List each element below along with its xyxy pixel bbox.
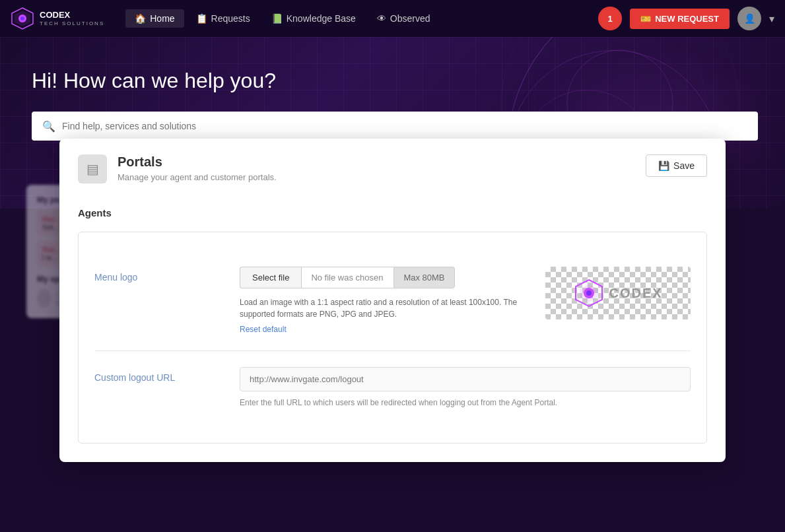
agents-section-title: Agents <box>78 207 707 218</box>
modal-title-area: Portals Manage your agent and customer p… <box>118 154 277 182</box>
modal-overlay: ▤ Portals Manage your agent and customer… <box>0 139 785 462</box>
portals-icon: ▤ <box>78 154 107 183</box>
knowledge-base-icon: 📗 <box>271 13 283 24</box>
logo-icon <box>11 7 34 30</box>
modal-subtitle: Manage your agent and customer portals. <box>118 172 277 182</box>
svg-point-3 <box>20 17 24 20</box>
nav-knowledge-base[interactable]: 📗 Knowledge Base <box>262 9 365 28</box>
select-file-label: Select file <box>252 273 289 283</box>
menu-logo-row: Menu logo Select file No file was chosen… <box>94 251 691 351</box>
file-name-display: No file was chosen <box>301 267 393 288</box>
agents-section: Agents Menu logo Select file <box>59 197 726 462</box>
modal-header-left: ▤ Portals Manage your agent and customer… <box>78 154 277 183</box>
nav-home-label: Home <box>150 13 174 24</box>
notif-count: 1 <box>608 14 613 24</box>
custom-logout-row: Custom logout URL Enter the full URL to … <box>94 351 691 424</box>
hero-content: Hi! How can we help you? 🔍 <box>0 37 785 141</box>
file-input-row: Select file No file was chosen Max 80MB <box>240 267 529 288</box>
nav-requests[interactable]: 📋 Requests <box>187 9 259 28</box>
preview-brand-text: CODEX <box>609 286 662 301</box>
modal-title: Portals <box>118 154 277 170</box>
save-icon: 💾 <box>658 160 669 171</box>
new-request-icon: 🎫 <box>640 14 651 24</box>
portals-modal: ▤ Portals Manage your agent and customer… <box>59 139 726 462</box>
new-request-label: NEW REQUEST <box>655 14 719 24</box>
user-avatar[interactable]: 👤 <box>737 7 761 30</box>
svg-point-11 <box>586 290 592 296</box>
nav-requests-label: Requests <box>211 13 250 24</box>
max-size-label: Max 80MB <box>393 267 454 288</box>
nav-observed-label: Observed <box>390 13 430 24</box>
custom-logout-control: Enter the full URL to which users will b… <box>240 367 691 409</box>
requests-icon: 📋 <box>196 13 207 24</box>
brand-name: CODEX <box>40 11 104 20</box>
logo-preview-inner: CODEX <box>573 277 662 309</box>
file-left: Select file No file was chosen Max 80MB … <box>240 267 529 335</box>
logout-hint-text: Enter the full URL to which users will b… <box>240 397 691 409</box>
home-icon: 🏠 <box>135 13 146 24</box>
custom-logout-input[interactable] <box>240 367 691 391</box>
menu-logo-control: Select file No file was chosen Max 80MB … <box>240 267 691 335</box>
select-file-button[interactable]: Select file <box>240 267 301 288</box>
menu-logo-label: Menu logo <box>94 267 240 283</box>
portals-icon-glyph: ▤ <box>86 161 99 177</box>
observed-icon: 👁 <box>377 13 386 24</box>
nav-right: 1 🎫 NEW REQUEST 👤 ▾ <box>598 7 774 30</box>
hero-title: Hi! How can we help you? <box>32 69 753 93</box>
save-label: Save <box>673 160 695 171</box>
nav-observed[interactable]: 👁 Observed <box>368 9 440 28</box>
save-button[interactable]: 💾 Save <box>646 154 707 177</box>
settings-panel: Menu logo Select file No file was chosen… <box>78 232 707 444</box>
search-icon: 🔍 <box>42 120 55 133</box>
navbar: CODEX TECH SOLUTIONS 🏠 Home 📋 Requests 📗… <box>0 0 785 37</box>
user-menu-chevron[interactable]: ▾ <box>769 13 774 25</box>
nav-home[interactable]: 🏠 Home <box>125 9 184 28</box>
brand-sub: TECH SOLUTIONS <box>40 20 104 26</box>
new-request-button[interactable]: 🎫 NEW REQUEST <box>630 9 730 29</box>
file-row-with-preview: Select file No file was chosen Max 80MB … <box>240 267 691 335</box>
search-input[interactable] <box>62 121 747 131</box>
preview-logo-icon <box>573 277 605 309</box>
reset-default-link[interactable]: Reset default <box>240 325 287 334</box>
file-hint-text: Load an image with a 1:1 aspect ratio an… <box>240 296 529 320</box>
custom-logout-label: Custom logout URL <box>94 367 240 383</box>
avatar-icon: 👤 <box>744 13 755 24</box>
logo-preview: CODEX <box>545 267 691 319</box>
nav-knowledge-base-label: Knowledge Base <box>287 13 356 24</box>
notification-button[interactable]: 1 <box>598 7 622 30</box>
nav-items: 🏠 Home 📋 Requests 📗 Knowledge Base 👁 Obs… <box>125 9 598 28</box>
search-bar: 🔍 <box>32 112 758 141</box>
logo-area[interactable]: CODEX TECH SOLUTIONS <box>11 7 104 30</box>
modal-header: ▤ Portals Manage your agent and customer… <box>59 139 726 197</box>
